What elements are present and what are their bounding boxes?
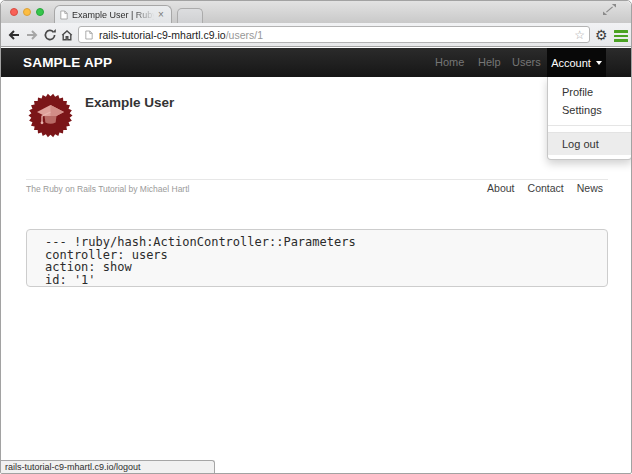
dropdown-item-profile[interactable]: Profile [548,83,631,101]
debug-line: --- !ruby/hash:ActionController::Paramet… [45,236,607,249]
page-icon [85,30,93,40]
browser-window: Example User | Ruby on Ra × [0,0,632,474]
new-tab-button[interactable] [177,8,203,23]
dropdown-item-logout[interactable]: Log out [548,132,631,155]
nav-help-link[interactable]: Help [478,48,501,77]
titlebar: Example User | Ruby on Ra × [1,1,631,23]
caret-down-icon [596,61,602,65]
browser-tab[interactable]: Example User | Ruby on Ra × [54,5,172,23]
fullscreen-icon[interactable] [603,4,616,15]
chrome-menu-icon[interactable] [614,30,628,44]
close-window-button[interactable] [10,8,18,16]
url-path: /users/1 [226,29,263,41]
browser-toolbar: rails-tutorial-c9-mhartl.c9.io/users/1 ☆… [1,23,631,47]
page-title: Example User [85,95,174,110]
page-icon [60,10,68,20]
reload-icon[interactable] [43,28,57,42]
home-icon[interactable] [60,28,74,42]
footer-links: About Contact News [487,182,603,194]
debug-line: id: '1' [45,274,607,287]
forward-icon[interactable] [25,28,39,42]
status-bar: rails-tutorial-c9-mhartl.c9.io/logout [1,460,215,473]
brand-link[interactable]: SAMPLE APP [23,48,112,77]
tab-title: Example User | Ruby on Ra [72,10,156,20]
back-icon[interactable] [7,28,21,42]
bookmark-star-icon[interactable]: ☆ [574,29,585,41]
nav-home-link[interactable]: Home [435,48,464,77]
account-dropdown: Profile Settings Log out [547,77,632,160]
url-host: rails-tutorial-c9-mhartl.c9.io [99,29,226,41]
address-bar[interactable]: rails-tutorial-c9-mhartl.c9.io/users/1 ☆ [78,26,590,43]
tab-close-icon[interactable]: × [158,10,164,20]
zoom-window-button[interactable] [36,8,44,16]
footer-link-about[interactable]: About [487,182,514,194]
gravatar-image [28,93,73,138]
gear-icon[interactable]: ⚙ [595,25,608,45]
url-text: rails-tutorial-c9-mhartl.c9.io/users/1 [99,29,263,41]
footer-credit: The Ruby on Rails Tutorial by Michael Ha… [26,184,189,194]
account-label: Account [551,57,591,69]
dropdown-divider [548,125,631,126]
footer-link-news[interactable]: News [577,182,603,194]
footer-link-contact[interactable]: Contact [528,182,564,194]
minimize-window-button[interactable] [23,8,31,16]
footer-divider [26,179,608,180]
account-menu-button[interactable]: Account [547,48,606,77]
rails-debug-panel: --- !ruby/hash:ActionController::Paramet… [26,229,608,287]
nav-users-link[interactable]: Users [512,48,541,77]
site-navbar: SAMPLE APP Home Help Users Account [1,48,631,77]
debug-line: action: show [45,261,607,274]
dropdown-item-settings[interactable]: Settings [548,101,631,119]
